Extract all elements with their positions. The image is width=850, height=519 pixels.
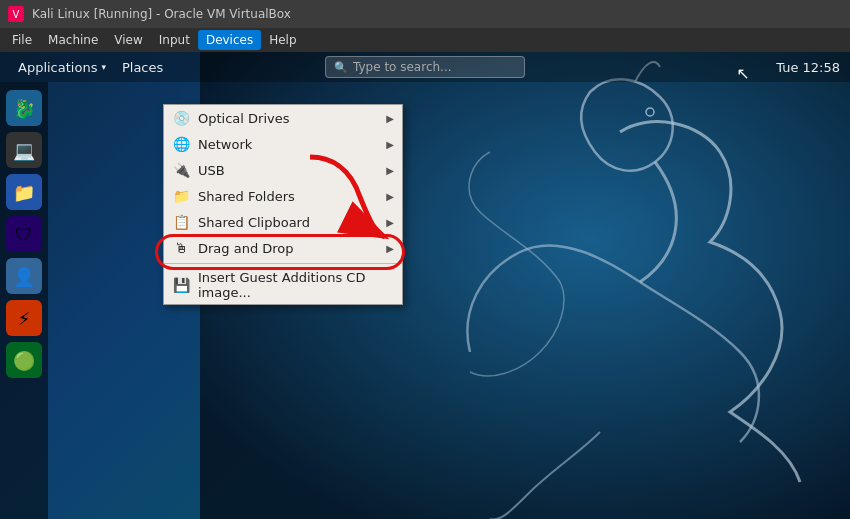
shared-clipboard-icon: 📋 <box>172 213 190 231</box>
optical-drives-icon: 💿 <box>172 109 190 127</box>
shared-folders-icon: 📁 <box>172 187 190 205</box>
titlebar: V Kali Linux [Running] - Oracle VM Virtu… <box>0 0 850 28</box>
menu-input[interactable]: Input <box>151 30 198 50</box>
menu-devices[interactable]: Devices <box>198 30 261 50</box>
shared-clipboard-arrow: ▶ <box>386 217 394 228</box>
search-bar[interactable]: 🔍 Type to search... <box>325 56 525 78</box>
menu-item-network[interactable]: 🌐 Network ▶ <box>164 131 402 157</box>
menu-file[interactable]: File <box>4 30 40 50</box>
menu-item-shared-clipboard[interactable]: 📋 Shared Clipboard ▶ <box>164 209 402 235</box>
usb-icon: 🔌 <box>172 161 190 179</box>
devices-dropdown-menu: 💿 Optical Drives ▶ 🌐 Network ▶ 🔌 USB ▶ 📁… <box>163 104 403 305</box>
dock-icon-user[interactable]: 👤 <box>6 258 42 294</box>
dock-icon-folder[interactable]: 📁 <box>6 174 42 210</box>
guest-additions-icon: 💾 <box>172 276 190 294</box>
menu-item-drag-drop[interactable]: 🖱 Drag and Drop ▶ <box>164 235 402 261</box>
menu-help[interactable]: Help <box>261 30 304 50</box>
shared-folders-label: Shared Folders <box>198 189 378 204</box>
dock-icon-flash[interactable]: ⚡ <box>6 300 42 336</box>
menu-machine[interactable]: Machine <box>40 30 106 50</box>
system-clock: Tue 12:58 <box>776 60 840 75</box>
menu-item-usb[interactable]: 🔌 USB ▶ <box>164 157 402 183</box>
titlebar-title: Kali Linux [Running] - Oracle VM Virtual… <box>32 7 291 21</box>
search-placeholder: Type to search... <box>353 60 452 74</box>
places-button[interactable]: Places <box>114 57 171 78</box>
applications-label: Applications <box>18 60 97 75</box>
mouse-cursor: ↖ <box>737 64 750 83</box>
menu-view[interactable]: View <box>106 30 150 50</box>
dock: 🐉 💻 📁 🛡 👤 ⚡ 🟢 <box>0 82 48 519</box>
dock-icon-shield[interactable]: 🛡 <box>6 216 42 252</box>
shared-clipboard-label: Shared Clipboard <box>198 215 378 230</box>
app-icon: V <box>8 6 24 22</box>
desktop: Applications ▾ Places 🔍 Type to search..… <box>0 52 850 519</box>
menubar: File Machine View Input Devices Help <box>0 28 850 52</box>
menu-item-optical-drives[interactable]: 💿 Optical Drives ▶ <box>164 105 402 131</box>
apps-arrow-icon: ▾ <box>101 62 106 72</box>
drag-drop-arrow: ▶ <box>386 243 394 254</box>
network-label: Network <box>198 137 378 152</box>
drag-drop-icon: 🖱 <box>172 239 190 257</box>
network-arrow: ▶ <box>386 139 394 150</box>
optical-drives-arrow: ▶ <box>386 113 394 124</box>
network-icon: 🌐 <box>172 135 190 153</box>
drag-drop-label: Drag and Drop <box>198 241 378 256</box>
menu-item-guest-additions[interactable]: 💾 Insert Guest Additions CD image... <box>164 266 402 304</box>
usb-arrow: ▶ <box>386 165 394 176</box>
optical-drives-label: Optical Drives <box>198 111 378 126</box>
kali-topbar: Applications ▾ Places 🔍 Type to search..… <box>0 52 850 82</box>
dock-icon-files[interactable]: 💻 <box>6 132 42 168</box>
menu-item-shared-folders[interactable]: 📁 Shared Folders ▶ <box>164 183 402 209</box>
dock-icon-green[interactable]: 🟢 <box>6 342 42 378</box>
applications-button[interactable]: Applications ▾ <box>10 57 114 78</box>
guest-additions-label: Insert Guest Additions CD image... <box>198 270 394 300</box>
menu-divider <box>164 263 402 264</box>
usb-label: USB <box>198 163 378 178</box>
shared-folders-arrow: ▶ <box>386 191 394 202</box>
dock-icon-terminal[interactable]: 🐉 <box>6 90 42 126</box>
search-icon: 🔍 <box>334 61 348 74</box>
